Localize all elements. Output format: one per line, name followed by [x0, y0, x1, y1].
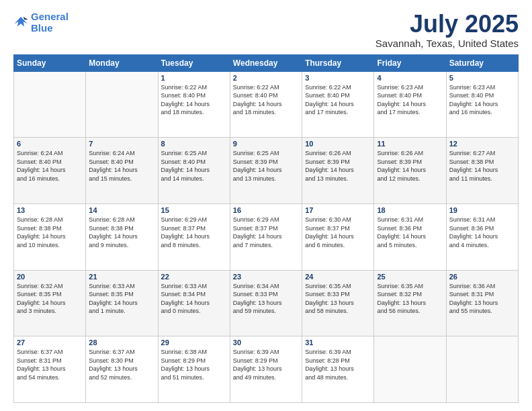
day-number: 19	[449, 206, 515, 214]
calendar-cell: 27Sunrise: 6:37 AM Sunset: 8:31 PM Dayli…	[14, 336, 86, 403]
day-number: 18	[377, 206, 443, 214]
title-block: July 2025 Savannah, Texas, United States	[375, 11, 519, 49]
day-number: 3	[305, 74, 371, 82]
calendar-cell: 29Sunrise: 6:38 AM Sunset: 8:29 PM Dayli…	[158, 336, 230, 403]
col-sunday: Sunday	[14, 54, 86, 71]
day-info: Sunrise: 6:37 AM Sunset: 8:31 PM Dayligh…	[17, 348, 83, 381]
day-number: 30	[233, 338, 299, 347]
day-info: Sunrise: 6:38 AM Sunset: 8:29 PM Dayligh…	[161, 348, 227, 381]
calendar-cell: 3Sunrise: 6:22 AM Sunset: 8:40 PM Daylig…	[302, 71, 374, 138]
day-number: 12	[449, 140, 515, 148]
day-number: 10	[305, 140, 371, 148]
calendar-cell: 6Sunrise: 6:24 AM Sunset: 8:40 PM Daylig…	[14, 138, 86, 204]
calendar-week-row: 27Sunrise: 6:37 AM Sunset: 8:31 PM Dayli…	[14, 336, 519, 403]
day-info: Sunrise: 6:33 AM Sunset: 8:35 PM Dayligh…	[89, 282, 154, 316]
day-number: 11	[377, 140, 443, 148]
calendar-cell: 14Sunrise: 6:28 AM Sunset: 8:38 PM Dayli…	[86, 203, 158, 270]
calendar-cell: 13Sunrise: 6:28 AM Sunset: 8:38 PM Dayli…	[14, 203, 86, 270]
day-number: 24	[305, 273, 371, 281]
calendar-cell: 19Sunrise: 6:31 AM Sunset: 8:36 PM Dayli…	[446, 203, 518, 270]
day-info: Sunrise: 6:34 AM Sunset: 8:33 PM Dayligh…	[233, 282, 299, 316]
calendar-body: 1Sunrise: 6:22 AM Sunset: 8:40 PM Daylig…	[14, 71, 519, 402]
day-info: Sunrise: 6:24 AM Sunset: 8:40 PM Dayligh…	[89, 149, 154, 183]
calendar-cell: 16Sunrise: 6:29 AM Sunset: 8:37 PM Dayli…	[230, 203, 302, 270]
day-info: Sunrise: 6:35 AM Sunset: 8:33 PM Dayligh…	[305, 282, 371, 316]
calendar-cell: 22Sunrise: 6:33 AM Sunset: 8:34 PM Dayli…	[158, 270, 230, 336]
col-thursday: Thursday	[302, 54, 374, 71]
calendar-cell: 24Sunrise: 6:35 AM Sunset: 8:33 PM Dayli…	[302, 270, 374, 336]
day-info: Sunrise: 6:25 AM Sunset: 8:39 PM Dayligh…	[233, 149, 299, 183]
day-info: Sunrise: 6:28 AM Sunset: 8:38 PM Dayligh…	[17, 216, 83, 249]
day-info: Sunrise: 6:25 AM Sunset: 8:40 PM Dayligh…	[161, 149, 227, 183]
calendar-cell	[374, 336, 446, 403]
day-info: Sunrise: 6:26 AM Sunset: 8:39 PM Dayligh…	[305, 149, 371, 183]
calendar-header-row: Sunday Monday Tuesday Wednesday Thursday…	[14, 54, 519, 71]
day-info: Sunrise: 6:23 AM Sunset: 8:40 PM Dayligh…	[377, 83, 443, 117]
day-number: 23	[233, 273, 299, 281]
calendar-cell: 17Sunrise: 6:30 AM Sunset: 8:37 PM Dayli…	[302, 203, 374, 270]
day-number: 9	[233, 140, 299, 148]
calendar-cell: 4Sunrise: 6:23 AM Sunset: 8:40 PM Daylig…	[374, 71, 446, 138]
day-info: Sunrise: 6:31 AM Sunset: 8:36 PM Dayligh…	[449, 216, 515, 249]
calendar-cell: 26Sunrise: 6:36 AM Sunset: 8:31 PM Dayli…	[446, 270, 518, 336]
day-number: 8	[161, 140, 227, 148]
col-tuesday: Tuesday	[158, 54, 230, 71]
calendar-week-row: 6Sunrise: 6:24 AM Sunset: 8:40 PM Daylig…	[14, 138, 519, 204]
calendar-week-row: 1Sunrise: 6:22 AM Sunset: 8:40 PM Daylig…	[14, 71, 519, 138]
day-info: Sunrise: 6:30 AM Sunset: 8:37 PM Dayligh…	[305, 216, 371, 249]
main-title: July 2025	[375, 11, 519, 38]
day-number: 31	[305, 338, 371, 347]
col-monday: Monday	[86, 54, 158, 71]
calendar-cell: 18Sunrise: 6:31 AM Sunset: 8:36 PM Dayli…	[374, 203, 446, 270]
day-info: Sunrise: 6:31 AM Sunset: 8:36 PM Dayligh…	[377, 216, 443, 249]
day-number: 14	[89, 206, 154, 214]
calendar-cell: 20Sunrise: 6:32 AM Sunset: 8:35 PM Dayli…	[14, 270, 86, 336]
col-wednesday: Wednesday	[230, 54, 302, 71]
calendar-cell: 5Sunrise: 6:23 AM Sunset: 8:40 PM Daylig…	[446, 71, 518, 138]
calendar-cell	[86, 71, 158, 138]
day-number: 4	[377, 74, 443, 82]
svg-marker-1	[24, 17, 28, 19]
day-info: Sunrise: 6:23 AM Sunset: 8:40 PM Dayligh…	[449, 83, 515, 117]
calendar-cell: 8Sunrise: 6:25 AM Sunset: 8:40 PM Daylig…	[158, 138, 230, 204]
day-info: Sunrise: 6:22 AM Sunset: 8:40 PM Dayligh…	[305, 83, 371, 117]
day-info: Sunrise: 6:35 AM Sunset: 8:32 PM Dayligh…	[377, 282, 443, 316]
day-info: Sunrise: 6:24 AM Sunset: 8:40 PM Dayligh…	[17, 149, 83, 183]
calendar-week-row: 20Sunrise: 6:32 AM Sunset: 8:35 PM Dayli…	[14, 270, 519, 336]
calendar-cell: 9Sunrise: 6:25 AM Sunset: 8:39 PM Daylig…	[230, 138, 302, 204]
day-info: Sunrise: 6:33 AM Sunset: 8:34 PM Dayligh…	[161, 282, 227, 316]
day-number: 16	[233, 206, 299, 214]
day-info: Sunrise: 6:39 AM Sunset: 8:28 PM Dayligh…	[305, 348, 371, 381]
day-info: Sunrise: 6:26 AM Sunset: 8:39 PM Dayligh…	[377, 149, 443, 183]
calendar-cell: 10Sunrise: 6:26 AM Sunset: 8:39 PM Dayli…	[302, 138, 374, 204]
day-number: 7	[89, 140, 154, 148]
calendar-cell: 2Sunrise: 6:22 AM Sunset: 8:40 PM Daylig…	[230, 71, 302, 138]
day-number: 13	[17, 206, 83, 214]
day-info: Sunrise: 6:39 AM Sunset: 8:29 PM Dayligh…	[233, 348, 299, 381]
subtitle: Savannah, Texas, United States	[375, 38, 519, 49]
calendar-table: Sunday Monday Tuesday Wednesday Thursday…	[13, 54, 519, 403]
day-number: 22	[161, 273, 227, 281]
day-number: 1	[161, 74, 227, 82]
day-number: 6	[17, 140, 83, 148]
day-info: Sunrise: 6:29 AM Sunset: 8:37 PM Dayligh…	[161, 216, 227, 249]
day-number: 25	[377, 273, 443, 281]
calendar-cell: 31Sunrise: 6:39 AM Sunset: 8:28 PM Dayli…	[302, 336, 374, 403]
day-info: Sunrise: 6:36 AM Sunset: 8:31 PM Dayligh…	[449, 282, 515, 316]
calendar-cell	[14, 71, 86, 138]
calendar-cell: 21Sunrise: 6:33 AM Sunset: 8:35 PM Dayli…	[86, 270, 158, 336]
calendar-week-row: 13Sunrise: 6:28 AM Sunset: 8:38 PM Dayli…	[14, 203, 519, 270]
day-info: Sunrise: 6:22 AM Sunset: 8:40 PM Dayligh…	[161, 83, 227, 117]
col-saturday: Saturday	[446, 54, 518, 71]
calendar-cell: 15Sunrise: 6:29 AM Sunset: 8:37 PM Dayli…	[158, 203, 230, 270]
day-info: Sunrise: 6:32 AM Sunset: 8:35 PM Dayligh…	[17, 282, 83, 316]
calendar-cell: 28Sunrise: 6:37 AM Sunset: 8:30 PM Dayli…	[86, 336, 158, 403]
day-number: 20	[17, 273, 83, 281]
calendar-cell: 11Sunrise: 6:26 AM Sunset: 8:39 PM Dayli…	[374, 138, 446, 204]
day-info: Sunrise: 6:28 AM Sunset: 8:38 PM Dayligh…	[89, 216, 154, 249]
day-number: 2	[233, 74, 299, 82]
logo-icon	[13, 15, 28, 30]
day-number: 5	[449, 74, 515, 82]
day-info: Sunrise: 6:37 AM Sunset: 8:30 PM Dayligh…	[89, 348, 154, 381]
day-info: Sunrise: 6:22 AM Sunset: 8:40 PM Dayligh…	[233, 83, 299, 117]
